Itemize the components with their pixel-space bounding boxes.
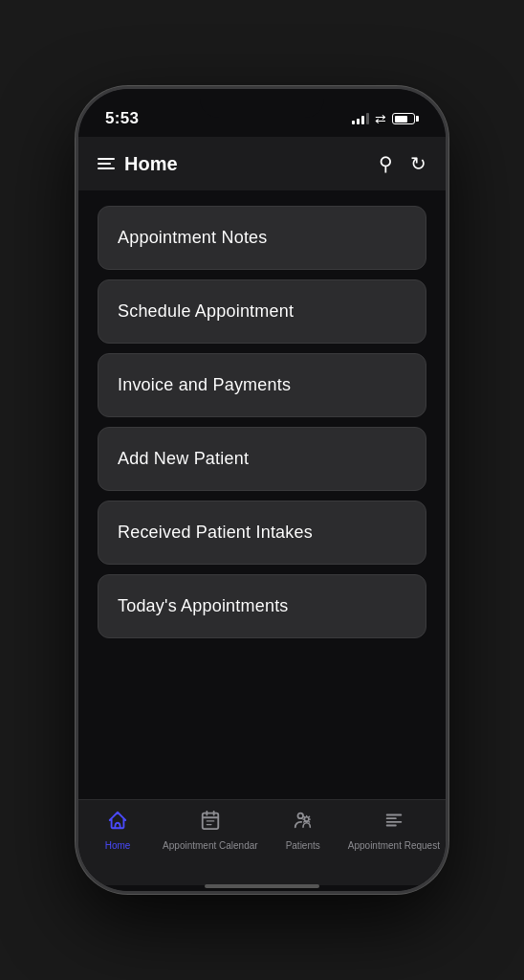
header-right: ⚲ ↻ — [379, 152, 426, 175]
menu-item-received-patient-intakes[interactable]: Received Patient Intakes — [98, 501, 426, 565]
menu-item-todays-appointments[interactable]: Today's Appointments — [98, 574, 426, 638]
main-content: Appointment NotesSchedule AppointmentInv… — [78, 190, 446, 799]
menu-item-label-appointment-notes: Appointment Notes — [118, 228, 268, 247]
screen: 5:53 ⇄ — [78, 89, 446, 891]
app-header: Home ⚲ ↻ — [78, 137, 446, 190]
header-left: Home — [98, 153, 178, 175]
nav-item-appointment-calendar[interactable]: Appointment Calendar — [163, 810, 258, 852]
wifi-icon: ⇄ — [375, 111, 386, 126]
phone-frame: 5:53 ⇄ — [76, 86, 448, 894]
home-nav-label: Home — [105, 840, 131, 852]
battery-icon — [392, 113, 419, 124]
menu-item-label-invoice-payments: Invoice and Payments — [118, 375, 291, 394]
notch — [200, 89, 324, 118]
status-time: 5:53 — [105, 109, 139, 128]
menu-item-label-add-new-patient: Add New Patient — [118, 449, 249, 468]
nav-item-patients[interactable]: Patients — [270, 810, 337, 852]
home-bar — [205, 884, 319, 888]
appointment-request-nav-icon — [383, 810, 404, 836]
home-indicator — [78, 885, 446, 891]
svg-point-1 — [297, 813, 303, 819]
phone-outer: 5:53 ⇄ — [0, 0, 524, 980]
patients-nav-label: Patients — [286, 840, 320, 852]
menu-item-schedule-appointment[interactable]: Schedule Appointment — [98, 279, 426, 344]
menu-item-invoice-payments[interactable]: Invoice and Payments — [98, 353, 426, 417]
search-icon[interactable]: ⚲ — [379, 152, 393, 175]
appointment-calendar-nav-icon — [200, 810, 221, 836]
menu-item-label-schedule-appointment: Schedule Appointment — [118, 301, 294, 321]
menu-item-appointment-notes[interactable]: Appointment Notes — [98, 206, 426, 270]
home-nav-icon — [107, 810, 128, 836]
signal-bars-icon — [352, 113, 369, 124]
refresh-icon[interactable]: ↻ — [410, 152, 426, 175]
bottom-nav: Home Appointment Calendar Patients Appoi… — [78, 799, 446, 885]
menu-item-add-new-patient[interactable]: Add New Patient — [98, 427, 426, 491]
appointment-calendar-nav-label: Appointment Calendar — [163, 840, 258, 852]
appointment-request-nav-label: Appointment Request — [348, 840, 440, 852]
patients-nav-icon — [293, 810, 314, 836]
menu-item-label-todays-appointments: Today's Appointments — [118, 596, 289, 615]
header-title: Home — [124, 153, 178, 175]
nav-item-appointment-request[interactable]: Appointment Request — [348, 810, 440, 852]
nav-item-home[interactable]: Home — [84, 810, 151, 852]
menu-item-label-received-patient-intakes: Received Patient Intakes — [118, 523, 313, 542]
hamburger-icon[interactable] — [98, 158, 115, 169]
status-icons: ⇄ — [352, 111, 419, 126]
